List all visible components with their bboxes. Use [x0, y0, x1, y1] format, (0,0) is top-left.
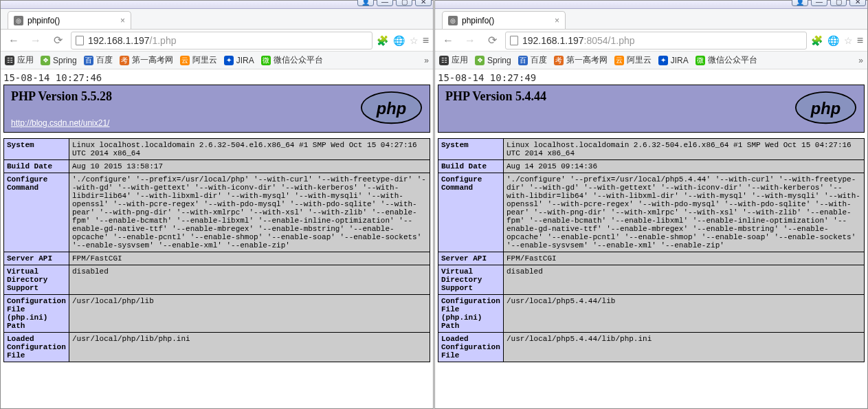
browser-tab[interactable]: ◎ phpinfo() × [8, 11, 131, 29]
info-value: Aug 14 2015 09:14:36 [504, 160, 865, 173]
bookmark-item[interactable]: ☷应用 [439, 54, 468, 66]
globe-icon[interactable]: 🌐 [393, 34, 405, 47]
info-key: Build Date [4, 160, 69, 173]
site-info-icon[interactable] [76, 36, 84, 45]
info-row: Loaded Configuration File/usr/local/php5… [438, 333, 865, 362]
tab-close-icon[interactable]: × [120, 16, 125, 25]
minimize-button[interactable]: — [811, 0, 827, 6]
site-info-icon[interactable] [510, 36, 518, 45]
menu-icon[interactable]: ≡ [423, 34, 429, 47]
bookmark-label: Spring [487, 56, 511, 65]
addr-actions: 🧩 🌐 ☆ ≡ [811, 34, 863, 47]
info-row: Configuration File (php.ini) Path/usr/lo… [4, 295, 430, 333]
info-value: Linux localhost.localdomain 2.6.32-504.e… [504, 139, 865, 160]
url-host: 192.168.1.197 [88, 35, 150, 46]
bookmark-label: 阿里云 [627, 54, 652, 66]
svg-text:php: php [810, 100, 841, 118]
addr-actions: 🧩 🌐 ☆ ≡ [377, 34, 429, 47]
bookmark-icon: ❖ [475, 56, 485, 65]
reload-button[interactable]: ⟳ [483, 32, 501, 49]
tab-strip: ◎ phpinfo() × [1, 9, 433, 30]
maximize-button[interactable]: ▢ [396, 0, 412, 6]
bookmark-item[interactable]: 考第一高考网 [554, 54, 608, 66]
info-value: disabled [69, 265, 430, 295]
extension-icon[interactable]: 🧩 [811, 34, 823, 47]
bookmark-item[interactable]: 微微信公众平台 [695, 54, 757, 66]
back-button[interactable]: ← [5, 32, 23, 49]
window-controls: 👤 — ▢ ✕ [357, 0, 432, 6]
bookmarks-bar-right: ☷应用❖Spring百百度考第一高考网云阿里云✦JIRA微微信公众平台» [435, 52, 867, 69]
url-input[interactable]: 192.168.1.197/1.php [71, 32, 372, 49]
info-key: Build Date [438, 160, 504, 173]
tab-close-icon[interactable]: × [555, 16, 559, 25]
info-value: disabled [504, 265, 865, 295]
info-value: FPM/FastCGI [69, 252, 430, 265]
bookmark-item[interactable]: 微微信公众平台 [261, 54, 323, 66]
info-row: Configure Command'./configure' '--prefix… [4, 173, 430, 252]
info-key: Loaded Configuration File [438, 333, 504, 362]
bookmark-star-icon[interactable]: ☆ [844, 35, 853, 46]
bookmark-item[interactable]: ❖Spring [41, 56, 77, 65]
bookmark-icon: ✦ [658, 56, 668, 65]
bookmark-item[interactable]: 云阿里云 [180, 54, 217, 66]
forward-button[interactable]: → [461, 32, 479, 49]
info-row: Build DateAug 14 2015 09:14:36 [438, 160, 865, 173]
browser-tab[interactable]: ◎ phpinfo() × [442, 11, 566, 29]
phpinfo-table-left: SystemLinux localhost.localdomain 2.6.32… [3, 138, 430, 362]
info-row: Virtual Directory Supportdisabled [4, 265, 430, 295]
extension-icon[interactable]: 🧩 [377, 34, 389, 47]
info-value: Aug 10 2015 13:58:17 [69, 160, 430, 173]
menu-icon[interactable]: ≡ [857, 34, 863, 47]
info-key: System [4, 139, 69, 160]
bookmark-item[interactable]: 云阿里云 [614, 54, 652, 66]
bookmark-item[interactable]: ✦JIRA [658, 56, 689, 65]
bookmark-label: 第一高考网 [566, 54, 608, 66]
bookmark-star-icon[interactable]: ☆ [410, 35, 419, 46]
bookmark-item[interactable]: ✦JIRA [224, 56, 254, 65]
bookmark-icon: ☷ [5, 56, 14, 65]
bookmark-icon: ✦ [224, 56, 234, 65]
php-header-url[interactable]: http://blog.csdn.net/unix21/ [11, 118, 109, 128]
bookmark-label: Spring [53, 56, 77, 65]
info-row: Configuration File (php.ini) Path/usr/lo… [438, 295, 865, 333]
maximize-button[interactable]: ▢ [830, 0, 847, 6]
bookmarks-overflow-icon[interactable]: » [424, 56, 429, 65]
user-button[interactable]: 👤 [357, 0, 374, 6]
bookmarks-bar-left: ☷应用❖Spring百百度考第一高考网云阿里云✦JIRA微微信公众平台» [1, 52, 433, 69]
browser-window-left: 👤 — ▢ ✕ ◎ phpinfo() × ← → ⟳ 192.168.1.19… [0, 0, 434, 409]
close-button[interactable]: ✕ [849, 0, 866, 6]
user-button[interactable]: 👤 [792, 0, 808, 6]
info-key: Configure Command [438, 173, 504, 252]
info-value: Linux localhost.localdomain 2.6.32-504.e… [69, 139, 430, 160]
bookmark-icon: 考 [120, 56, 129, 65]
minimize-button[interactable]: — [377, 0, 393, 6]
globe-icon[interactable]: 🌐 [827, 34, 840, 47]
bookmark-item[interactable]: 百百度 [518, 54, 547, 66]
address-bar: ← → ⟳ 192.168.1.197:8054/1.php 🧩 🌐 ☆ ≡ [435, 30, 867, 52]
info-row: Virtual Directory Supportdisabled [438, 265, 865, 295]
bookmark-label: 应用 [452, 54, 468, 66]
info-key: Loaded Configuration File [4, 333, 69, 362]
tab-title: phpinfo() [462, 16, 494, 25]
info-key: System [438, 139, 504, 160]
bookmark-label: JIRA [236, 56, 254, 65]
info-value: /usr/local/php/lib [69, 295, 430, 333]
info-key: Server API [438, 252, 504, 265]
info-value: FPM/FastCGI [504, 252, 865, 265]
reload-button[interactable]: ⟳ [49, 32, 67, 49]
url-input[interactable]: 192.168.1.197:8054/1.php [505, 32, 807, 49]
info-row: Configure Command'./configure' '--prefix… [438, 173, 865, 252]
bookmarks-overflow-icon[interactable]: » [858, 56, 863, 65]
bookmark-item[interactable]: ☷应用 [5, 54, 34, 66]
bookmark-item[interactable]: 考第一高考网 [120, 54, 173, 66]
info-row: SystemLinux localhost.localdomain 2.6.32… [4, 139, 430, 160]
bookmark-icon: ☷ [439, 56, 449, 65]
bookmark-item[interactable]: 百百度 [84, 54, 113, 66]
back-button[interactable]: ← [439, 32, 457, 49]
forward-button[interactable]: → [27, 32, 45, 49]
close-button[interactable]: ✕ [415, 0, 432, 6]
info-key: Virtual Directory Support [438, 265, 504, 295]
svg-text:php: php [376, 100, 406, 118]
info-row: Build DateAug 10 2015 13:58:17 [4, 160, 430, 173]
bookmark-item[interactable]: ❖Spring [475, 56, 511, 65]
